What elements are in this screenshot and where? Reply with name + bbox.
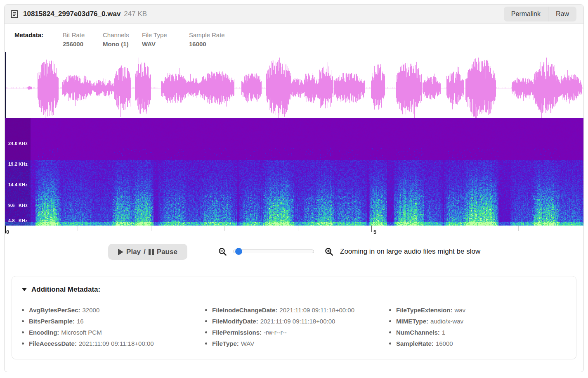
header-button-group: Permalink Raw — [504, 7, 576, 21]
metadata-title: Metadata: — [14, 31, 63, 48]
timeline-tick-label: 5 — [373, 229, 376, 235]
timeline-tick — [518, 226, 519, 231]
list-item: SampleRate:16000 — [389, 338, 566, 349]
freq-label-9k: 9.6KHz — [5, 203, 31, 208]
zoom-out-icon[interactable] — [218, 247, 227, 256]
metadata-value: WAV — [142, 40, 189, 48]
metadata-column-3: FileTypeExtension:wav MIMEType:audio/x-w… — [389, 304, 566, 349]
freq-label-19k: 19.2KHz — [5, 162, 31, 166]
play-pause-separator: / — [144, 248, 146, 256]
metadata-label: File Type — [142, 31, 189, 38]
timeline-tick — [78, 226, 78, 231]
list-item: AvgBytesPerSec:32000 — [22, 304, 205, 316]
list-item: Encoding:Microsoft PCM — [22, 327, 205, 338]
zoom-warning-text: Zooming in on large audio files might be… — [340, 247, 480, 256]
metadata-column-2: FileInodeChangeDate:2021:11:09 09:11:18+… — [205, 304, 389, 349]
timeline-tick — [371, 226, 372, 232]
metadata-strip: Metadata: Bit Rate 256000 Channels Mono … — [5, 24, 583, 53]
metadata-label: Channels — [103, 31, 142, 38]
metadata-field-samplerate: Sample Rate 16000 — [189, 31, 225, 48]
freq-label-14k: 14.4KHz — [5, 182, 31, 187]
metadata-field-filetype: File Type WAV — [142, 31, 189, 48]
play-pause-button[interactable]: Play / Pause — [108, 244, 187, 260]
timeline-tick — [298, 226, 298, 231]
metadata-column-1: AvgBytesPerSec:32000 BitsPerSample:16 En… — [22, 304, 205, 349]
metadata-value: Mono (1) — [103, 40, 142, 48]
file-name: 10815824_2997e03d76_0.wav — [23, 10, 120, 18]
spectrogram-view: 24.0KHz 19.2KHz 14.4KHz 9.6KHz 4.8KHz 0H… — [5, 118, 584, 226]
waveform-view[interactable] — [5, 54, 584, 118]
additional-metadata-header[interactable]: Additional Metadata: — [22, 285, 566, 294]
metadata-field-channels: Channels Mono (1) — [103, 31, 142, 48]
file-size: 247 KB — [124, 10, 147, 18]
raw-button[interactable]: Raw — [548, 7, 576, 21]
timeline-start-label: 0 — [6, 229, 9, 235]
metadata-value: 16000 — [189, 40, 225, 48]
timeline-cursor — [5, 226, 6, 233]
waveform-canvas[interactable] — [5, 54, 584, 118]
pause-label: Pause — [157, 248, 177, 256]
permalink-button[interactable]: Permalink — [504, 7, 548, 21]
zoom-in-icon[interactable] — [325, 247, 333, 256]
metadata-field-bitrate: Bit Rate 256000 — [63, 31, 103, 48]
additional-metadata-title: Additional Metadata: — [31, 285, 100, 294]
timeline-tick — [445, 226, 445, 231]
playback-cursor[interactable] — [5, 52, 6, 118]
zoom-slider[interactable] — [233, 250, 314, 253]
list-item: NumChannels:1 — [389, 327, 566, 338]
list-item: BitsPerSample:16 — [22, 316, 205, 327]
player-controls: Play / Pause Zooming in on large audio f… — [5, 244, 583, 260]
document-icon — [11, 10, 18, 18]
timeline[interactable]: 0 5 — [5, 226, 584, 239]
list-item: FileType:WAV — [205, 338, 389, 349]
list-item: FilePermissions:-rw-r--r-- — [205, 327, 389, 338]
header-bar: 10815824_2997e03d76_0.wav 247 KB Permali… — [5, 5, 583, 24]
spectrogram-canvas — [5, 118, 584, 226]
play-icon — [118, 249, 123, 255]
metadata-label: Bit Rate — [63, 31, 103, 38]
list-item: FileModifyDate:2021:11:09 09:11:18+00:00 — [205, 316, 389, 327]
file-viewer-panel: 10815824_2997e03d76_0.wav 247 KB Permali… — [4, 4, 584, 372]
frequency-axis-overlay — [5, 118, 31, 226]
additional-metadata-columns: AvgBytesPerSec:32000 BitsPerSample:16 En… — [22, 304, 566, 349]
list-item: FileInodeChangeDate:2021:11:09 09:11:18+… — [205, 304, 389, 316]
zoom-slider-thumb[interactable] — [235, 248, 242, 255]
play-label: Play — [126, 248, 141, 256]
freq-label-4k: 4.8KHz — [5, 218, 31, 223]
list-item: FileTypeExtension:wav — [389, 304, 566, 316]
list-item: FileAccessDate:2021:11:09 09:11:18+00:00 — [22, 338, 205, 349]
additional-metadata-panel: Additional Metadata: AvgBytesPerSec:3200… — [12, 276, 576, 359]
metadata-value: 256000 — [63, 40, 103, 48]
collapse-arrow-icon — [22, 288, 27, 291]
pause-icon — [149, 249, 154, 255]
freq-label-24k: 24.0KHz — [5, 141, 31, 146]
list-item: MIMEType:audio/x-wav — [389, 316, 566, 327]
timeline-tick — [151, 226, 151, 231]
timeline-tick — [224, 226, 225, 231]
metadata-label: Sample Rate — [189, 31, 225, 38]
